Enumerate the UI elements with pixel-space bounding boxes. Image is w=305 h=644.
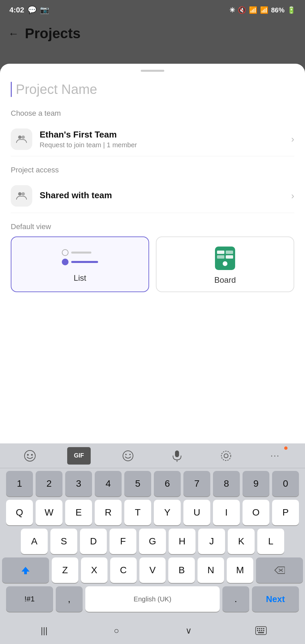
key-a[interactable]: A: [21, 529, 48, 554]
list-checkbox-2: [62, 259, 69, 265]
key-6[interactable]: 6: [154, 471, 181, 496]
key-g[interactable]: G: [139, 529, 166, 554]
keyboard-toolbar: GIF ···: [0, 443, 305, 468]
key-2[interactable]: 2: [36, 471, 62, 496]
space-key[interactable]: English (UK): [85, 586, 220, 612]
key-m[interactable]: M: [227, 557, 253, 583]
svg-rect-10: [175, 450, 179, 457]
board-col-4: [226, 255, 233, 259]
svg-rect-25: [258, 632, 264, 633]
team-icon-wrap: [11, 128, 32, 150]
next-key[interactable]: Next: [252, 586, 299, 612]
sticker-button[interactable]: [18, 447, 42, 465]
svg-point-13: [221, 451, 231, 461]
key-d[interactable]: D: [80, 529, 107, 554]
svg-point-3: [21, 192, 25, 196]
key-x[interactable]: X: [81, 557, 107, 583]
key-c[interactable]: C: [110, 557, 137, 583]
team-option-row[interactable]: Ethan's First Team Request to join team …: [11, 122, 294, 156]
qwerty-row: Q W E R T Y U I O P: [2, 500, 303, 525]
status-left: 4:02 💬 📷: [9, 6, 49, 14]
key-s[interactable]: S: [50, 529, 77, 554]
choose-team-label: Choose a team: [11, 109, 294, 118]
key-z[interactable]: Z: [52, 557, 78, 583]
key-w[interactable]: W: [36, 500, 62, 525]
more-notification-dot: [284, 446, 288, 450]
key-8[interactable]: 8: [213, 471, 240, 496]
shift-key[interactable]: [2, 557, 49, 583]
board-col-2: [226, 251, 233, 254]
video-icon: 📷: [40, 6, 49, 14]
period-key[interactable]: .: [222, 586, 249, 612]
list-view-label: List: [74, 273, 86, 283]
status-bar: 4:02 💬 📷 ✳ 🔇 📶 📶 86% 🔋: [0, 0, 305, 20]
key-p[interactable]: P: [272, 500, 299, 525]
key-i[interactable]: I: [213, 500, 240, 525]
access-option-row[interactable]: Shared with team ›: [11, 179, 294, 213]
key-9[interactable]: 9: [243, 471, 269, 496]
nav-home-button[interactable]: ○: [105, 622, 128, 639]
list-view-card[interactable]: List: [11, 236, 149, 292]
key-f[interactable]: F: [110, 529, 136, 554]
svg-point-8: [125, 454, 127, 455]
project-name-input[interactable]: [11, 82, 294, 97]
keyboard-area: GIF ··· 1 2 3 4 5 6 7 8 9 0 Q: [0, 443, 305, 644]
key-3[interactable]: 3: [65, 471, 92, 496]
key-b[interactable]: B: [168, 557, 195, 583]
key-7[interactable]: 7: [183, 471, 210, 496]
symbols-key[interactable]: !#1: [6, 586, 53, 612]
key-y[interactable]: Y: [154, 500, 181, 525]
key-5[interactable]: 5: [124, 471, 151, 496]
key-u[interactable]: U: [183, 500, 210, 525]
wifi-icon: 📶: [249, 6, 257, 14]
key-h[interactable]: H: [169, 529, 195, 554]
signal-icon: 📶: [260, 6, 268, 14]
asdf-row: A S D F G H J K L: [2, 529, 303, 554]
key-k[interactable]: K: [228, 529, 255, 554]
key-0[interactable]: 0: [272, 471, 299, 496]
key-t[interactable]: T: [124, 500, 151, 525]
more-button[interactable]: ···: [263, 447, 287, 465]
svg-rect-21: [257, 630, 258, 631]
nav-back-button[interactable]: |||: [33, 622, 56, 639]
svg-rect-18: [259, 628, 260, 629]
svg-rect-19: [261, 628, 262, 629]
access-chevron-icon: ›: [291, 191, 294, 201]
list-checkbox-1: [62, 249, 69, 256]
key-j[interactable]: J: [198, 529, 225, 554]
svg-point-0: [18, 136, 21, 139]
nav-recent-button[interactable]: ∨: [177, 622, 201, 639]
battery-label: 86%: [271, 6, 285, 14]
nav-keyboard-button[interactable]: [249, 622, 273, 639]
key-1[interactable]: 1: [6, 471, 33, 496]
board-view-card[interactable]: Board: [156, 236, 294, 292]
svg-rect-23: [261, 630, 262, 631]
key-o[interactable]: O: [243, 500, 269, 525]
emoji-button[interactable]: [116, 447, 140, 465]
list-line-2: [71, 261, 98, 263]
team-subtitle: Request to join team | 1 member: [40, 141, 291, 149]
view-options: List Board: [11, 236, 294, 292]
board-dot: [223, 261, 227, 266]
svg-point-4: [25, 450, 35, 461]
bottom-nav-bar: ||| ○ ∨: [0, 617, 305, 644]
default-view-label: Default view: [11, 222, 294, 231]
back-button[interactable]: ←: [8, 28, 19, 40]
mic-button[interactable]: [165, 447, 189, 465]
access-icon-wrap: [11, 185, 32, 207]
key-q[interactable]: Q: [6, 500, 33, 525]
key-v[interactable]: V: [139, 557, 166, 583]
key-4[interactable]: 4: [95, 471, 122, 496]
key-n[interactable]: N: [198, 557, 224, 583]
team-chevron-icon: ›: [291, 134, 294, 145]
number-row: 1 2 3 4 5 6 7 8 9 0: [2, 471, 303, 496]
settings-button[interactable]: [214, 447, 238, 465]
board-col-3: [217, 255, 224, 259]
key-r[interactable]: R: [95, 500, 122, 525]
key-e[interactable]: E: [65, 500, 92, 525]
key-l[interactable]: L: [257, 529, 284, 554]
drag-handle[interactable]: [141, 70, 164, 72]
gif-button[interactable]: GIF: [67, 447, 91, 465]
backspace-key[interactable]: [256, 557, 303, 583]
comma-key[interactable]: ,: [56, 586, 83, 612]
